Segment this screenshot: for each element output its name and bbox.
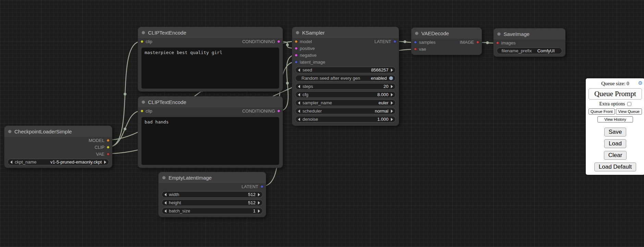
widget-width[interactable]: width 512 [162, 191, 263, 198]
graph-canvas[interactable]: { "colors": { "canvas_bg": "#1d1d1d", "n… [0, 0, 644, 247]
decrement-arrow-icon[interactable] [164, 201, 166, 205]
increment-arrow-icon[interactable] [391, 101, 393, 105]
widget-ckpt-name[interactable]: ckpt_name v1-5-pruned-emaonly.ckpt [8, 159, 109, 165]
save-button[interactable]: Save [604, 128, 627, 136]
decrement-arrow-icon[interactable] [298, 109, 300, 113]
node-checkpoint-loader-simple[interactable]: CheckpointLoaderSimple MODEL CLIP VAE ck… [4, 126, 112, 168]
decrement-arrow-icon[interactable] [164, 209, 166, 213]
node-title-bar[interactable]: SaveImage [494, 28, 565, 39]
output-dot-latent[interactable] [393, 40, 396, 43]
collapse-dot-icon[interactable] [415, 31, 419, 35]
input-dot-samples[interactable] [414, 41, 417, 44]
collapse-dot-icon[interactable] [296, 31, 299, 35]
decrement-arrow-icon[interactable] [298, 68, 300, 72]
widget-sampler-name[interactable]: sampler_name euler [295, 100, 396, 106]
output-dot-latent[interactable] [260, 185, 263, 188]
widget-scheduler[interactable]: scheduler normal [295, 108, 396, 114]
widget-value: 1.000 [377, 117, 388, 122]
output-dot-model[interactable] [107, 139, 110, 142]
node-title-bar[interactable]: EmptyLatentImage [159, 172, 266, 183]
slot-row: samples IMAGE [411, 39, 482, 46]
input-slot-positive: positive [292, 45, 399, 52]
load-button[interactable]: Load [604, 139, 626, 148]
node-empty-latent-image[interactable]: EmptyLatentImage LATENT width 512 height… [158, 172, 266, 217]
widget-label: height [169, 200, 181, 205]
increment-arrow-icon[interactable] [391, 85, 393, 88]
node-title-bar[interactable]: VAEDecode [411, 28, 482, 39]
slot-label: VAE [96, 152, 104, 157]
slot-label: CLIP [95, 145, 104, 150]
increment-arrow-icon[interactable] [258, 201, 260, 205]
slot-label: IMAGE [460, 40, 474, 45]
input-dot-latent-image[interactable] [295, 61, 298, 64]
node-title-bar[interactable]: CLIPTextEncode [138, 96, 283, 107]
input-dot-vae[interactable] [414, 48, 417, 51]
input-slot-clip: clip [140, 108, 152, 114]
load-default-button[interactable]: Load Default [594, 162, 636, 171]
widget-height[interactable]: height 512 [162, 199, 263, 206]
clear-button[interactable]: Clear [604, 151, 627, 160]
widget-steps[interactable]: steps 20 [295, 83, 396, 90]
collapse-dot-icon[interactable] [141, 31, 145, 35]
increment-arrow-icon[interactable] [258, 193, 260, 196]
output-dot-conditioning[interactable] [277, 109, 280, 113]
node-ksampler[interactable]: KSampler model LATENT positive negative … [292, 27, 399, 126]
decrement-arrow-icon[interactable] [10, 160, 12, 164]
node-title-bar[interactable]: KSampler [292, 27, 399, 38]
toggle-on-indicator[interactable] [389, 76, 393, 80]
input-dot-clip[interactable] [140, 109, 144, 113]
widget-label: width [169, 192, 179, 197]
output-slot-vae: VAE [4, 151, 112, 157]
node-title-bar[interactable]: CLIPTextEncode [138, 27, 283, 38]
queue-front-button[interactable]: Queue Front [589, 108, 615, 115]
node-title-bar[interactable]: CheckpointLoaderSimple [4, 126, 112, 137]
widget-filename-prefix[interactable]: filename_prefix ComfyUI [497, 48, 562, 54]
input-dot-negative[interactable] [295, 54, 298, 57]
view-queue-button[interactable]: View Queue [616, 108, 642, 115]
widget-label: seed [302, 67, 312, 73]
input-dot-clip[interactable] [140, 40, 144, 43]
widget-cfg[interactable]: cfg 8.000 [295, 91, 396, 98]
settings-gear-icon[interactable]: ⚙ [638, 80, 643, 86]
queue-prompt-button[interactable]: Queue Prompt [589, 88, 642, 100]
collapse-dot-icon[interactable] [162, 176, 166, 180]
decrement-arrow-icon[interactable] [298, 93, 300, 96]
positive-prompt-textarea[interactable]: masterpiece best quality girl [141, 48, 279, 89]
output-dot-vae[interactable] [107, 153, 110, 156]
increment-arrow-icon[interactable] [258, 209, 260, 213]
slot-label: CONDITIONING [242, 108, 275, 114]
link-midpoint-dot [124, 93, 126, 95]
slot-label: clip [146, 108, 152, 114]
increment-arrow-icon[interactable] [391, 68, 393, 72]
input-slot-clip: clip [140, 39, 152, 44]
node-clip-text-encode-negative[interactable]: CLIPTextEncode clip CONDITIONING bad han… [138, 96, 283, 168]
increment-arrow-icon[interactable] [391, 118, 393, 121]
extra-options-checkbox[interactable] [627, 102, 631, 106]
decrement-arrow-icon[interactable] [298, 118, 300, 121]
node-vae-decode[interactable]: VAEDecode samples IMAGE vae [411, 27, 482, 55]
input-dot-images[interactable] [496, 41, 499, 44]
decrement-arrow-icon[interactable] [164, 193, 166, 196]
decrement-arrow-icon[interactable] [298, 101, 300, 105]
increment-arrow-icon[interactable] [104, 160, 106, 164]
widget-denoise[interactable]: denoise 1.000 [295, 116, 396, 122]
output-dot-image[interactable] [476, 41, 479, 44]
node-clip-text-encode-positive[interactable]: CLIPTextEncode clip CONDITIONING masterp… [138, 27, 283, 92]
node-save-image[interactable]: SaveImage images filename_prefix ComfyUI [493, 28, 566, 57]
input-dot-positive[interactable] [295, 47, 298, 50]
collapse-dot-icon[interactable] [8, 130, 12, 133]
decrement-arrow-icon[interactable] [298, 85, 300, 88]
widget-seed[interactable]: seed 8566257 [295, 67, 396, 73]
widget-batch-size[interactable]: batch_size 1 [162, 208, 263, 214]
increment-arrow-icon[interactable] [391, 109, 393, 113]
view-history-button[interactable]: View History [597, 116, 633, 122]
negative-prompt-textarea[interactable]: bad hands [141, 117, 279, 165]
collapse-dot-icon[interactable] [497, 32, 501, 36]
output-dot-clip[interactable] [107, 146, 110, 149]
output-dot-conditioning[interactable] [277, 40, 280, 43]
link-midpoint-dot [286, 82, 289, 84]
widget-random-seed-toggle[interactable]: Random seed after every gen enabled [295, 75, 396, 81]
collapse-dot-icon[interactable] [141, 100, 145, 104]
increment-arrow-icon[interactable] [391, 93, 393, 96]
input-dot-model[interactable] [295, 40, 298, 43]
